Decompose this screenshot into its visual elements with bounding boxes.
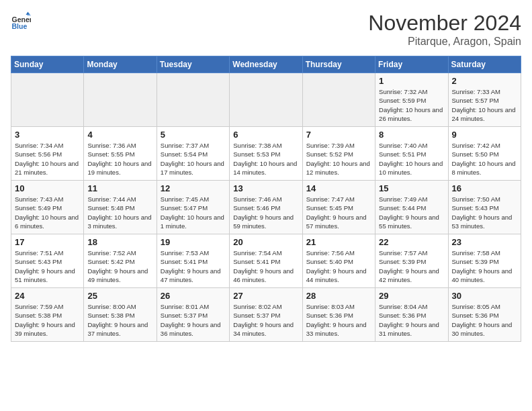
day-info: Sunrise: 8:02 AM Sunset: 5:37 PM Dayligh… bbox=[233, 302, 298, 338]
day-info: Sunrise: 7:59 AM Sunset: 5:38 PM Dayligh… bbox=[15, 302, 80, 338]
day-info: Sunrise: 7:32 AM Sunset: 5:59 PM Dayligh… bbox=[379, 87, 444, 123]
day-info: Sunrise: 7:43 AM Sunset: 5:49 PM Dayligh… bbox=[15, 195, 80, 230]
day-info: Sunrise: 8:01 AM Sunset: 5:37 PM Dayligh… bbox=[161, 302, 226, 338]
day-number: 17 bbox=[15, 237, 80, 247]
calendar-cell: 26Sunrise: 8:01 AM Sunset: 5:37 PM Dayli… bbox=[157, 288, 229, 342]
day-info: Sunrise: 7:33 AM Sunset: 5:57 PM Dayligh… bbox=[452, 87, 517, 123]
calendar-cell bbox=[230, 73, 302, 127]
calendar-week-row: 3Sunrise: 7:34 AM Sunset: 5:56 PM Daylig… bbox=[11, 127, 521, 181]
month-title: November 2024 bbox=[368, 11, 521, 36]
calendar-cell: 5Sunrise: 7:37 AM Sunset: 5:54 PM Daylig… bbox=[157, 127, 229, 181]
calendar-week-row: 17Sunrise: 7:51 AM Sunset: 5:43 PM Dayli… bbox=[11, 234, 521, 288]
day-info: Sunrise: 7:57 AM Sunset: 5:39 PM Dayligh… bbox=[379, 248, 444, 284]
header-thursday: Thursday bbox=[302, 56, 375, 73]
calendar-cell: 18Sunrise: 7:52 AM Sunset: 5:42 PM Dayli… bbox=[84, 234, 157, 288]
day-number: 7 bbox=[306, 130, 371, 140]
day-info: Sunrise: 7:51 AM Sunset: 5:43 PM Dayligh… bbox=[15, 248, 80, 284]
day-info: Sunrise: 7:49 AM Sunset: 5:44 PM Dayligh… bbox=[379, 195, 444, 230]
day-number: 28 bbox=[306, 291, 371, 301]
day-info: Sunrise: 7:52 AM Sunset: 5:42 PM Dayligh… bbox=[87, 248, 152, 284]
calendar-cell: 10Sunrise: 7:43 AM Sunset: 5:49 PM Dayli… bbox=[11, 181, 84, 234]
day-number: 3 bbox=[15, 130, 80, 140]
calendar-cell: 20Sunrise: 7:54 AM Sunset: 5:41 PM Dayli… bbox=[230, 234, 302, 288]
day-number: 19 bbox=[161, 237, 226, 247]
day-info: Sunrise: 8:00 AM Sunset: 5:38 PM Dayligh… bbox=[87, 302, 152, 338]
calendar-cell: 25Sunrise: 8:00 AM Sunset: 5:38 PM Dayli… bbox=[84, 288, 157, 342]
header-sunday: Sunday bbox=[11, 56, 84, 73]
calendar-cell: 6Sunrise: 7:38 AM Sunset: 5:53 PM Daylig… bbox=[230, 127, 302, 181]
calendar-cell: 11Sunrise: 7:44 AM Sunset: 5:48 PM Dayli… bbox=[84, 181, 157, 234]
day-number: 9 bbox=[452, 130, 517, 140]
calendar-cell bbox=[11, 73, 84, 127]
day-info: Sunrise: 7:36 AM Sunset: 5:55 PM Dayligh… bbox=[87, 141, 152, 177]
day-number: 8 bbox=[379, 130, 444, 140]
day-number: 29 bbox=[379, 291, 444, 301]
calendar-cell: 13Sunrise: 7:46 AM Sunset: 5:46 PM Dayli… bbox=[230, 181, 302, 234]
day-info: Sunrise: 7:34 AM Sunset: 5:56 PM Dayligh… bbox=[15, 141, 80, 177]
day-number: 22 bbox=[379, 237, 444, 247]
day-info: Sunrise: 7:45 AM Sunset: 5:47 PM Dayligh… bbox=[161, 195, 226, 230]
day-number: 21 bbox=[306, 237, 371, 247]
day-number: 14 bbox=[306, 183, 371, 193]
calendar-week-row: 24Sunrise: 7:59 AM Sunset: 5:38 PM Dayli… bbox=[11, 288, 521, 342]
day-info: Sunrise: 7:40 AM Sunset: 5:51 PM Dayligh… bbox=[379, 141, 444, 177]
day-info: Sunrise: 7:54 AM Sunset: 5:41 PM Dayligh… bbox=[233, 248, 298, 284]
day-number: 2 bbox=[452, 76, 517, 86]
calendar-cell: 15Sunrise: 7:49 AM Sunset: 5:44 PM Dayli… bbox=[375, 181, 448, 234]
calendar-cell: 14Sunrise: 7:47 AM Sunset: 5:45 PM Dayli… bbox=[302, 181, 375, 234]
day-info: Sunrise: 7:56 AM Sunset: 5:40 PM Dayligh… bbox=[306, 248, 371, 284]
svg-text:Blue: Blue bbox=[12, 22, 28, 30]
header-wednesday: Wednesday bbox=[230, 56, 302, 73]
calendar-week-row: 10Sunrise: 7:43 AM Sunset: 5:49 PM Dayli… bbox=[11, 181, 521, 234]
day-info: Sunrise: 7:53 AM Sunset: 5:41 PM Dayligh… bbox=[161, 248, 226, 284]
calendar-cell: 4Sunrise: 7:36 AM Sunset: 5:55 PM Daylig… bbox=[84, 127, 157, 181]
page-header: General Blue November 2024 Pitarque, Ara… bbox=[11, 11, 521, 48]
day-info: Sunrise: 8:03 AM Sunset: 5:36 PM Dayligh… bbox=[306, 302, 371, 338]
day-number: 27 bbox=[233, 291, 298, 301]
day-number: 30 bbox=[452, 291, 517, 301]
day-info: Sunrise: 7:39 AM Sunset: 5:52 PM Dayligh… bbox=[306, 141, 371, 177]
calendar-cell bbox=[157, 73, 229, 127]
calendar-cell: 16Sunrise: 7:50 AM Sunset: 5:43 PM Dayli… bbox=[448, 181, 521, 234]
calendar-cell: 7Sunrise: 7:39 AM Sunset: 5:52 PM Daylig… bbox=[302, 127, 375, 181]
calendar-table: SundayMondayTuesdayWednesdayThursdayFrid… bbox=[11, 56, 521, 342]
calendar-cell: 19Sunrise: 7:53 AM Sunset: 5:41 PM Dayli… bbox=[157, 234, 229, 288]
day-number: 13 bbox=[233, 183, 298, 193]
calendar-header-row: SundayMondayTuesdayWednesdayThursdayFrid… bbox=[11, 56, 521, 73]
calendar-cell bbox=[302, 73, 375, 127]
calendar-cell: 21Sunrise: 7:56 AM Sunset: 5:40 PM Dayli… bbox=[302, 234, 375, 288]
day-number: 6 bbox=[233, 130, 298, 140]
calendar-cell: 1Sunrise: 7:32 AM Sunset: 5:59 PM Daylig… bbox=[375, 73, 448, 127]
day-number: 11 bbox=[87, 183, 152, 193]
day-number: 24 bbox=[15, 291, 80, 301]
header-friday: Friday bbox=[375, 56, 448, 73]
calendar-cell: 23Sunrise: 7:58 AM Sunset: 5:39 PM Dayli… bbox=[448, 234, 521, 288]
day-number: 23 bbox=[452, 237, 517, 247]
day-number: 26 bbox=[161, 291, 226, 301]
calendar-cell: 3Sunrise: 7:34 AM Sunset: 5:56 PM Daylig… bbox=[11, 127, 84, 181]
day-number: 25 bbox=[87, 291, 152, 301]
day-number: 1 bbox=[379, 76, 444, 86]
day-info: Sunrise: 8:05 AM Sunset: 5:36 PM Dayligh… bbox=[452, 302, 517, 338]
day-info: Sunrise: 7:58 AM Sunset: 5:39 PM Dayligh… bbox=[452, 248, 517, 284]
calendar-cell: 22Sunrise: 7:57 AM Sunset: 5:39 PM Dayli… bbox=[375, 234, 448, 288]
day-info: Sunrise: 7:50 AM Sunset: 5:43 PM Dayligh… bbox=[452, 195, 517, 230]
day-number: 10 bbox=[15, 183, 80, 193]
calendar-cell: 24Sunrise: 7:59 AM Sunset: 5:38 PM Dayli… bbox=[11, 288, 84, 342]
calendar-cell: 12Sunrise: 7:45 AM Sunset: 5:47 PM Dayli… bbox=[157, 181, 229, 234]
day-number: 15 bbox=[379, 183, 444, 193]
day-info: Sunrise: 8:04 AM Sunset: 5:36 PM Dayligh… bbox=[379, 302, 444, 338]
day-info: Sunrise: 7:47 AM Sunset: 5:45 PM Dayligh… bbox=[306, 195, 371, 230]
day-number: 16 bbox=[452, 183, 517, 193]
logo: General Blue bbox=[11, 11, 31, 31]
header-saturday: Saturday bbox=[448, 56, 521, 73]
calendar-cell: 17Sunrise: 7:51 AM Sunset: 5:43 PM Dayli… bbox=[11, 234, 84, 288]
day-info: Sunrise: 7:46 AM Sunset: 5:46 PM Dayligh… bbox=[233, 195, 298, 230]
calendar-cell: 9Sunrise: 7:42 AM Sunset: 5:50 PM Daylig… bbox=[448, 127, 521, 181]
header-tuesday: Tuesday bbox=[157, 56, 229, 73]
calendar-cell: 27Sunrise: 8:02 AM Sunset: 5:37 PM Dayli… bbox=[230, 288, 302, 342]
day-info: Sunrise: 7:38 AM Sunset: 5:53 PM Dayligh… bbox=[233, 141, 298, 177]
calendar-week-row: 1Sunrise: 7:32 AM Sunset: 5:59 PM Daylig… bbox=[11, 73, 521, 127]
day-number: 4 bbox=[87, 130, 152, 140]
title-block: November 2024 Pitarque, Aragon, Spain bbox=[368, 11, 521, 48]
